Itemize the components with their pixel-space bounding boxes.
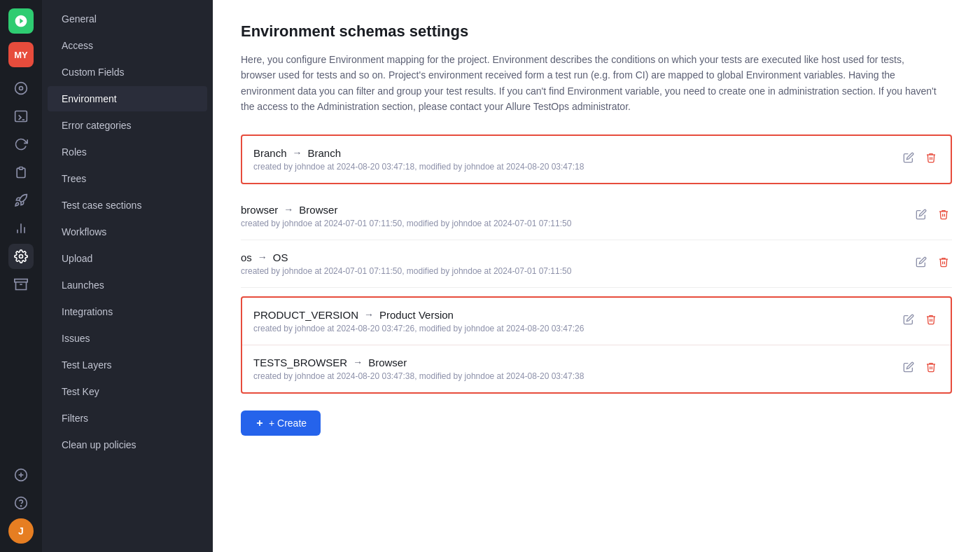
sidebar-item-environment[interactable]: Environment	[48, 86, 207, 111]
sidebar-item-trees[interactable]: Trees	[48, 166, 207, 191]
env-item-os-content: os → OS created by johndoe at 2024-07-01…	[241, 251, 913, 276]
sidebar-item-upload[interactable]: Upload	[48, 246, 207, 271]
env-item-tests-browser: TESTS_BROWSER → Browser created by johnd…	[242, 345, 951, 392]
sidebar-item-general[interactable]: General	[48, 6, 207, 32]
arrow-icon-4: →	[364, 309, 374, 320]
inbox-icon[interactable]	[8, 272, 34, 297]
delete-browser-button[interactable]	[935, 206, 952, 226]
svg-rect-2	[15, 111, 27, 122]
clipboard-icon[interactable]	[8, 160, 34, 185]
main-content: Environment schemas settings Here, you c…	[213, 0, 980, 552]
arrow-icon: →	[293, 147, 302, 158]
env-item-tests-browser-name: TESTS_BROWSER → Browser	[253, 357, 900, 368]
chart-icon[interactable]	[8, 216, 34, 241]
environment-group-1: Branch → Branch created by johndoe at 20…	[241, 134, 952, 184]
edit-product-version-button[interactable]	[900, 311, 917, 331]
create-button[interactable]: + Create	[241, 410, 321, 436]
env-item-browser: browser → Browser created by johndoe at …	[241, 193, 952, 240]
delete-product-version-button[interactable]	[923, 311, 939, 331]
env-item-browser-name: browser → Browser	[241, 204, 913, 216]
env-item-os-meta: created by johndoe at 2024-07-01 07:11:5…	[241, 266, 913, 276]
sidebar-item-integrations[interactable]: Integrations	[48, 299, 207, 324]
sidebar-item-filters[interactable]: Filters	[48, 406, 207, 431]
sidebar-item-roles[interactable]: Roles	[48, 139, 207, 165]
arrow-icon-3: →	[258, 251, 267, 263]
arrow-icon-2: →	[284, 204, 293, 215]
sidebar-item-custom-fields[interactable]: Custom Fields	[48, 60, 207, 85]
svg-point-1	[20, 87, 23, 90]
svg-rect-4	[20, 167, 23, 170]
env-item-os: os → OS created by johndoe at 2024-07-01…	[241, 240, 952, 288]
terminal-icon[interactable]	[8, 104, 34, 129]
logo-button[interactable]	[8, 8, 34, 34]
sidebar-item-error-categories[interactable]: Error categories	[48, 113, 207, 138]
delete-tests-browser-button[interactable]	[923, 359, 939, 378]
svg-rect-9	[15, 280, 27, 282]
env-item-product-version: PRODUCT_VERSION → Product Version create…	[242, 298, 951, 345]
env-item-tests-browser-meta: created by johndoe at 2024-08-20 03:47:3…	[253, 371, 900, 381]
delete-os-button[interactable]	[935, 254, 952, 273]
env-item-browser-meta: created by johndoe at 2024-07-01 07:11:5…	[241, 219, 913, 228]
edit-tests-browser-button[interactable]	[900, 359, 917, 378]
sidebar-item-launches[interactable]: Launches	[48, 272, 207, 298]
help-icon[interactable]	[8, 490, 34, 516]
sidebar-item-test-key[interactable]: Test Key	[48, 379, 207, 404]
env-item-branch-content: Branch → Branch created by johndoe at 20…	[253, 147, 900, 172]
sidebar: General Access Custom Fields Environment…	[42, 0, 213, 552]
env-item-branch: Branch → Branch created by johndoe at 20…	[242, 136, 951, 183]
env-item-browser-content: browser → Browser created by johndoe at …	[241, 204, 913, 228]
env-item-branch-meta: created by johndoe at 2024-08-20 03:47:1…	[253, 162, 900, 172]
edit-os-button[interactable]	[913, 254, 930, 273]
page-description: Here, you configure Environment mapping …	[241, 52, 941, 115]
add-project-icon[interactable]	[8, 462, 34, 488]
env-item-browser-actions	[913, 206, 952, 226]
env-item-product-version-meta: created by johndoe at 2024-08-20 03:47:2…	[253, 324, 900, 333]
sidebar-item-issues[interactable]: Issues	[48, 326, 207, 351]
env-item-tests-browser-actions	[900, 359, 939, 378]
env-item-os-name: os → OS	[241, 251, 913, 263]
sidebar-item-cleanup-policies[interactable]: Clean up policies	[48, 432, 207, 457]
environment-group-2: PRODUCT_VERSION → Product Version create…	[241, 296, 952, 394]
env-item-product-version-content: PRODUCT_VERSION → Product Version create…	[253, 309, 900, 333]
sidebar-item-workflows[interactable]: Workflows	[48, 219, 207, 244]
icon-bar: MY J	[0, 0, 42, 552]
sidebar-item-test-case-sections[interactable]: Test case sections	[48, 193, 207, 218]
page-title: Environment schemas settings	[241, 22, 952, 41]
rocket-icon[interactable]	[8, 188, 34, 213]
env-item-product-version-actions	[900, 311, 939, 331]
env-item-os-actions	[913, 254, 952, 273]
arrow-icon-5: →	[353, 357, 363, 368]
delete-branch-button[interactable]	[923, 149, 939, 169]
env-item-product-version-name: PRODUCT_VERSION → Product Version	[253, 309, 900, 321]
svg-point-8	[20, 255, 23, 258]
workspace-button[interactable]: MY	[8, 42, 34, 67]
edit-browser-button[interactable]	[913, 206, 930, 226]
env-item-branch-name: Branch → Branch	[253, 147, 900, 159]
sidebar-item-access[interactable]: Access	[48, 33, 207, 58]
env-item-branch-actions	[900, 149, 939, 169]
sidebar-item-test-layers[interactable]: Test Layers	[48, 352, 207, 378]
refresh-icon[interactable]	[8, 132, 34, 157]
settings-icon[interactable]	[8, 244, 34, 269]
edit-branch-button[interactable]	[900, 149, 917, 169]
env-item-tests-browser-content: TESTS_BROWSER → Browser created by johnd…	[253, 357, 900, 381]
svg-point-0	[15, 83, 27, 95]
user-avatar[interactable]: J	[8, 518, 34, 544]
dashboard-icon[interactable]	[8, 76, 34, 101]
